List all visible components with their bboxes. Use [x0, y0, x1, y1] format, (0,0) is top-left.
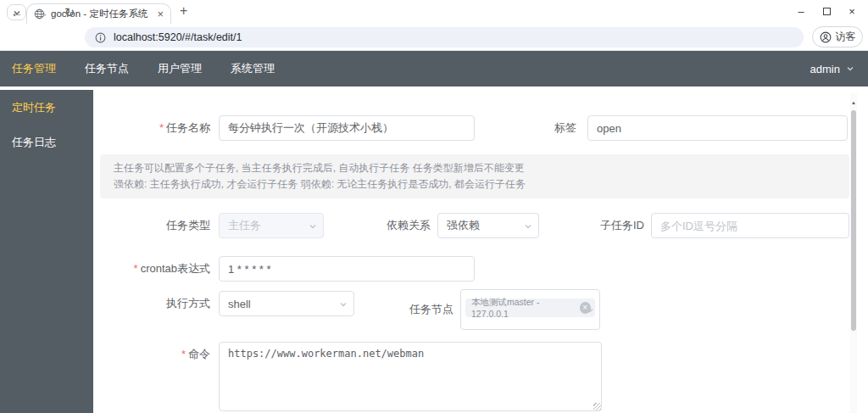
sidebar-item-task-logs[interactable]: 任务日志	[0, 125, 93, 159]
dependency-label: 依赖关系	[339, 213, 431, 238]
chevron-down-icon	[309, 222, 317, 231]
nav-item-task-node[interactable]: 任务节点	[85, 61, 129, 76]
dependency-value: 强依赖	[447, 218, 480, 233]
textarea-resize-handle[interactable]	[593, 403, 601, 410]
browser-profile-button[interactable]: 访客	[812, 26, 863, 47]
browser-menu-icon[interactable]: ⋮	[864, 31, 868, 43]
tag-label: 标签	[509, 115, 576, 141]
app-sidebar: 定时任务 任务日志	[0, 90, 93, 413]
address-bar[interactable]: localhost:5920/#/task/edit/1	[85, 27, 804, 47]
task-name-label: *任务名称	[93, 115, 210, 141]
window-close-button[interactable]: ×	[839, 5, 865, 18]
chevron-down-icon	[524, 222, 532, 231]
chevron-down-icon	[586, 306, 594, 315]
forward-button[interactable]: →	[34, 5, 51, 20]
app-navbar: 任务管理 任务节点 用户管理 系统管理 admin	[0, 51, 868, 87]
chevron-down-icon	[846, 64, 854, 73]
sidebar-item-scheduled-tasks[interactable]: 定时任务	[0, 90, 93, 125]
task-help-line-1: 主任务可以配置多个子任务, 当主任务执行完成后, 自动执行子任务 任务类型新增后…	[114, 161, 836, 176]
scrollbar-thumb[interactable]	[851, 110, 856, 331]
nav-user-menu[interactable]: admin	[810, 63, 854, 75]
window-maximize-button[interactable]	[814, 8, 839, 15]
nav-username: admin	[810, 63, 840, 75]
task-node-tag: 本地测试master - 127.0.0.1 ×	[465, 299, 595, 317]
vertical-scrollbar[interactable]: ▲	[850, 93, 857, 413]
site-info-icon[interactable]	[95, 32, 106, 43]
task-type-select[interactable]: 主任务	[219, 213, 324, 238]
task-node-tag-text: 本地测试master - 127.0.0.1	[471, 297, 576, 319]
maximize-icon	[823, 8, 831, 15]
dependency-select[interactable]: 强依赖	[437, 213, 539, 238]
task-name-input[interactable]	[219, 115, 475, 141]
nav-item-system-management[interactable]: 系统管理	[231, 61, 275, 76]
window-minimize-button[interactable]: –	[788, 5, 814, 18]
required-mark: *	[181, 348, 186, 360]
tag-input[interactable]	[587, 115, 848, 141]
task-edit-form: *任务名称 标签 主任务可以配置多个子任务, 当主任务执行完成后, 自动执行子任…	[93, 87, 868, 413]
child-task-id-input[interactable]	[651, 213, 849, 238]
task-type-value: 主任务	[228, 218, 261, 233]
url-text: localhost:5920/#/task/edit/1	[114, 31, 242, 43]
exec-mode-select[interactable]: shell	[219, 291, 354, 316]
task-help-note: 主任务可以配置多个子任务, 当主任务执行完成后, 自动执行子任务 任务类型新增后…	[100, 154, 849, 198]
tab-close-icon[interactable]: ×	[157, 8, 164, 20]
task-node-label: 任务节点	[386, 297, 453, 322]
task-help-line-2: 强依赖: 主任务执行成功, 才会运行子任务 弱依赖: 无论主任务执行是否成功, …	[114, 177, 836, 192]
crontab-input[interactable]	[219, 256, 475, 282]
profile-label: 访客	[836, 30, 856, 44]
nav-item-task-management[interactable]: 任务管理	[12, 61, 56, 76]
command-textarea[interactable]: https://www.workerman.net/webman	[219, 342, 602, 411]
child-task-id-label: 子任务ID	[576, 213, 644, 238]
crontab-label: *crontab表达式	[93, 256, 210, 282]
exec-mode-value: shell	[228, 298, 251, 310]
command-label: *命令	[93, 342, 210, 367]
exec-mode-label: 执行方式	[93, 291, 210, 316]
back-button[interactable]: ←	[8, 5, 25, 20]
scrollbar-up-arrow-icon[interactable]: ▲	[850, 100, 857, 105]
chevron-down-icon	[339, 300, 348, 309]
reload-button[interactable]: ↻	[61, 5, 78, 20]
task-type-label: 任务类型	[93, 213, 210, 238]
task-node-multiselect[interactable]: 本地测试master - 127.0.0.1 ×	[460, 289, 600, 330]
person-icon	[820, 31, 832, 43]
new-tab-button[interactable]: +	[180, 3, 187, 19]
window-controls: – ×	[788, 0, 865, 22]
required-mark: *	[134, 262, 138, 275]
required-mark: *	[159, 121, 164, 134]
browser-tab-strip: gocron - 定时任务系统 × + – ×	[0, 0, 868, 24]
nav-item-user-management[interactable]: 用户管理	[158, 61, 202, 76]
